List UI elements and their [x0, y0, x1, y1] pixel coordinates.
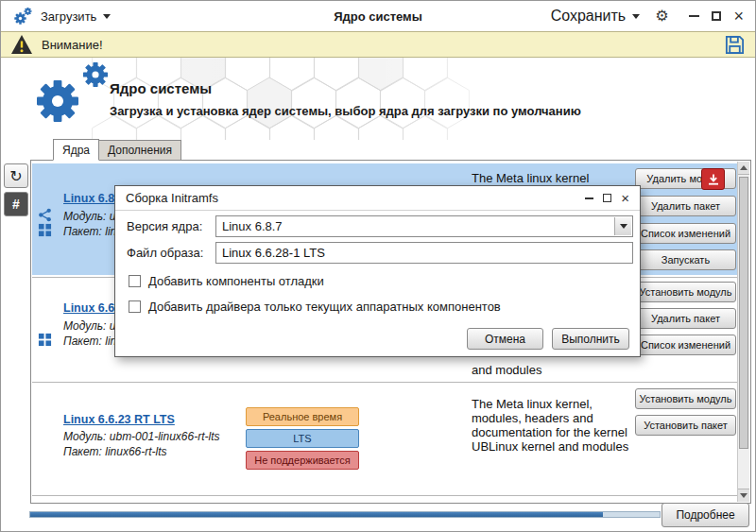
changelog-button[interactable]: Список изменений	[635, 223, 736, 244]
kernel-package-label: Пакет: linux66-rt-lts	[63, 445, 167, 458]
kernel-name-link[interactable]: Linux 6.8.	[63, 192, 118, 205]
install-module-button[interactable]: Установить модуль	[635, 388, 736, 409]
maximize-button[interactable]	[712, 11, 721, 21]
checkbox-label: Добавить компоненты отладки	[148, 274, 324, 288]
kernel-description: and modules	[472, 363, 638, 377]
install-package-button[interactable]: Установить пакет	[635, 415, 736, 436]
save-button-label: Сохранить	[551, 8, 627, 25]
checkbox-current-hardware-drivers[interactable]: Добавить драйвера только текущих аппарат…	[129, 300, 501, 314]
install-module-button[interactable]: Установить модуль	[635, 282, 736, 302]
kernel-description: The Meta linux kernel	[472, 171, 638, 185]
kernel-version-value: Linux 6.8.7	[222, 219, 283, 233]
hash-icon: #	[12, 197, 20, 212]
kernel-description: The Meta linux kernel, modules, headers …	[472, 397, 638, 454]
save-button[interactable]: Сохранить	[551, 8, 641, 25]
vertical-scrollbar[interactable]	[737, 162, 749, 502]
download-icon	[707, 173, 720, 186]
scrollbar-thumb[interactable]	[739, 177, 748, 449]
triangle-up-icon	[740, 165, 747, 170]
badge-lts: LTS	[246, 429, 359, 448]
minimize-button[interactable]	[689, 15, 699, 17]
initramfs-dialog: Сборка Initramfs × Версия ядра: Linux 6.…	[114, 185, 641, 357]
chevron-down-icon	[620, 224, 627, 229]
app-logo-gears-icon	[12, 6, 33, 26]
kernel-version-combo[interactable]: Linux 6.8.7	[215, 215, 633, 237]
kernel-gears-icon	[12, 58, 122, 140]
title-bar: Загрузить Ядро системы Сохранить ⚙ ×	[1, 1, 755, 31]
list-divider	[32, 495, 738, 496]
load-button-label: Загрузить	[41, 9, 96, 24]
checkbox-label: Добавить драйвера только текущих аппарат…	[148, 300, 501, 314]
warning-text: Внимание!	[42, 38, 103, 52]
scroll-down-button[interactable]	[738, 489, 749, 502]
chevron-down-icon	[632, 14, 640, 19]
launch-button[interactable]: Запускать	[635, 249, 736, 270]
refresh-icon: ↻	[9, 167, 22, 185]
dialog-maximize-button[interactable]	[603, 194, 611, 202]
warning-banner: Внимание!	[1, 31, 755, 58]
delete-package-button[interactable]: Удалить пакет	[635, 308, 736, 329]
dialog-title-bar: Сборка Initramfs ×	[115, 186, 640, 211]
share-nodes-icon	[38, 208, 52, 222]
refresh-button[interactable]: ↻	[4, 163, 28, 188]
kernel-name-link[interactable]: Linux 6.6.	[63, 301, 118, 315]
progress-fill	[30, 512, 603, 517]
details-button[interactable]: Подробнее	[662, 503, 749, 527]
triangle-down-icon	[740, 493, 747, 498]
page-subtitle: Загрузка и установка ядер системы, выбор…	[110, 104, 581, 118]
modules-grid-icon	[38, 223, 52, 237]
app-window: Загрузить Ядро системы Сохранить ⚙ × Вни…	[0, 0, 756, 532]
load-button[interactable]: Загрузить	[41, 9, 111, 24]
kernel-module-label: Модуль: u	[63, 210, 115, 223]
list-divider	[32, 382, 738, 383]
dialog-minimize-button[interactable]	[585, 197, 593, 199]
hash-button[interactable]: #	[4, 192, 28, 216]
kernel-package-label: Пакет: lin	[63, 225, 116, 238]
kernel-module-label: Модуль: ubm-001-linux66-rt-lts	[63, 430, 220, 443]
warning-icon	[10, 34, 33, 55]
checkbox-debug-components[interactable]: Добавить компоненты отладки	[129, 274, 324, 288]
page-title: Ядро системы	[110, 80, 212, 96]
page-header: Ядро системы Загрузка и установка ядер с…	[1, 58, 755, 140]
kernel-module-label: Модуль: u	[63, 319, 115, 333]
modules-grid-icon	[38, 333, 52, 347]
changelog-button[interactable]: Список изменений	[635, 335, 736, 355]
delete-package-button[interactable]: Удалить пакет	[635, 196, 736, 216]
tab-bar: Ядра Дополнения	[53, 139, 181, 161]
checkbox-icon	[129, 300, 141, 313]
dialog-close-button[interactable]: ×	[621, 193, 629, 204]
checkbox-icon	[129, 275, 141, 287]
save-file-button[interactable]	[724, 34, 746, 56]
chevron-down-icon	[103, 14, 111, 19]
scroll-up-button[interactable]	[738, 162, 749, 175]
kernel-version-label: Версия ядра:	[127, 219, 202, 233]
tab-addons[interactable]: Дополнения	[99, 140, 181, 161]
settings-gear-icon[interactable]: ⚙	[655, 9, 668, 24]
kernel-package-label: Пакет: lin	[63, 335, 116, 348]
cancel-button[interactable]: Отмена	[467, 328, 543, 350]
kernel-list-item[interactable]: Linux 6.6.23 RT LTS Модуль: ubm-001-linu…	[32, 384, 738, 493]
progress-bar	[29, 511, 661, 518]
execute-button[interactable]: Выполнить	[552, 328, 629, 350]
close-button[interactable]: ×	[733, 9, 744, 23]
badge-unsupported: Не поддерживается	[246, 451, 359, 470]
dialog-title: Сборка Initramfs	[126, 191, 218, 205]
kernel-name-link[interactable]: Linux 6.6.23 RT LTS	[63, 413, 175, 426]
floppy-disk-icon	[724, 34, 746, 56]
badge-realtime: Реальное время	[246, 407, 359, 426]
combo-dropdown-button[interactable]	[614, 217, 631, 235]
image-file-label: Файл образа:	[127, 246, 203, 260]
tab-kernels[interactable]: Ядра	[53, 139, 99, 161]
download-update-button[interactable]	[701, 168, 725, 190]
image-file-input[interactable]	[215, 242, 633, 264]
